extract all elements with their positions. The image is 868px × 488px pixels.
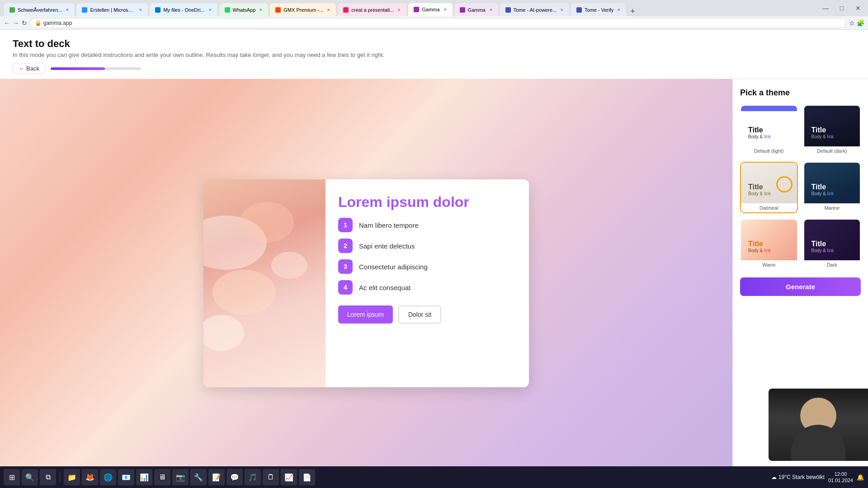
generate-button[interactable]: Generate [740, 277, 861, 296]
theme-link-default-light: link [764, 134, 771, 139]
pip-video [769, 389, 868, 461]
theme-link-marine: link [827, 191, 834, 196]
progress-bar [51, 67, 141, 70]
theme-grid: Title Body & link Default (light) Title … [740, 105, 861, 270]
theme-preview-content: Title Body & link [745, 122, 793, 143]
page-subtitle: In this mode you can give detailed instr… [13, 52, 855, 58]
taskbar-app3[interactable]: 🔧 [190, 469, 207, 485]
taskbar-app2[interactable]: 📷 [172, 469, 189, 485]
theme-preview-marine: Title Body & link [804, 163, 860, 203]
page-title: Text to deck [13, 38, 855, 50]
tab-gamma2[interactable]: Gamma ✕ [454, 3, 499, 16]
theme-body-text-warm: Body & link [748, 248, 790, 253]
tab-gamma-active[interactable]: Gamma ✕ [408, 3, 453, 16]
tab-whatsapp[interactable]: WhatsApp ✕ [219, 3, 269, 16]
taskbar-excel[interactable]: 📈 [281, 469, 297, 485]
extensions-icon[interactable]: 🧩 [857, 19, 864, 27]
theme-accent-bar [741, 108, 797, 111]
notification-button[interactable]: 🔔 [857, 474, 864, 481]
taskbar-file-explorer[interactable]: 📁 [64, 469, 80, 485]
taskbar-app5[interactable]: 💬 [226, 469, 243, 485]
taskbar-app4[interactable]: 📝 [208, 469, 225, 485]
cloud-decor-4 [240, 202, 294, 243]
tab-label-onedrive: My files - OneDri... [163, 7, 204, 13]
taskbar-powerpoint[interactable]: 📊 [136, 469, 152, 485]
theme-label-oatmeal: Oatmeal [741, 203, 797, 212]
theme-preview-content-marine: Title Body & link [808, 179, 857, 200]
tab-close-gamma-active[interactable]: ✕ [443, 7, 447, 12]
favicon-onedrive [155, 7, 160, 13]
theme-body-text-dark-gradient: Body & link [811, 248, 853, 253]
tab-close-gamma2[interactable]: ✕ [489, 8, 493, 12]
theme-card-dark-gradient[interactable]: Title Body & link Dark [803, 219, 861, 270]
tab-close-tome[interactable]: ✕ [560, 8, 564, 12]
taskbar-firefox[interactable]: 🦊 [82, 469, 98, 485]
slide-primary-button[interactable]: Lorem ipsum [338, 305, 393, 324]
new-tab-button[interactable]: + [627, 7, 638, 16]
tab-create-pres[interactable]: creat a presentati... ✕ [337, 3, 407, 16]
taskbar-search[interactable]: 🔍 [22, 469, 38, 485]
tab-tome-verify[interactable]: Tome - Verify ✕ [571, 3, 627, 16]
tab-close-onedrive[interactable]: ✕ [208, 8, 212, 12]
theme-preview-default-dark: Title Body & link [804, 106, 860, 146]
tab-gmx[interactable]: GMX Premium -... ✕ [269, 3, 336, 16]
date: 01.01.2024 [828, 477, 853, 483]
theme-card-default-dark[interactable]: Title Body & link Default (dark) [803, 105, 861, 156]
tab-close-schweiss[interactable]: ✕ [66, 8, 69, 12]
forward-nav-button[interactable]: → [13, 19, 19, 27]
maximize-button[interactable]: □ [835, 2, 848, 14]
taskbar-app6[interactable]: 🎵 [245, 469, 261, 485]
favicon-gmx [275, 7, 281, 13]
theme-label-dark-gradient: Dark [804, 260, 860, 269]
slide-number-3: 3 [338, 259, 353, 274]
slide-buttons: Lorem ipsum Dolor sit [338, 305, 516, 324]
tab-label-schweiss: SchweiÃverfahren... [18, 7, 62, 13]
theme-preview-content-warm: Title Body & link [745, 236, 793, 257]
tab-onedrive[interactable]: My files - OneDri... ✕ [149, 3, 217, 16]
tab-close-gmx[interactable]: ✕ [327, 8, 330, 12]
header-controls: ← Back [13, 63, 855, 74]
slide-item-text-3: Consectetur adipiscing [359, 263, 428, 271]
theme-card-marine[interactable]: Title Body & link Marine [803, 162, 861, 213]
tab-label-erstellen: Erstellen | Microsof... [90, 7, 135, 13]
theme-card-default-light[interactable]: Title Body & link Default (light) [740, 105, 798, 156]
back-nav-button[interactable]: ← [4, 19, 10, 27]
theme-label-default-light: Default (light) [741, 146, 797, 155]
taskbar-app7[interactable]: 🗒 [263, 469, 279, 485]
close-window-button[interactable]: ✕ [852, 2, 864, 14]
taskbar-outlook[interactable]: 📧 [118, 469, 134, 485]
theme-preview-content-dark-gradient: Title Body & link [808, 236, 857, 257]
theme-card-warm[interactable]: Title Body & link Warm [740, 219, 798, 270]
back-button[interactable]: ← Back [13, 63, 45, 74]
tab-close-erstellen[interactable]: ✕ [139, 8, 142, 12]
tab-close-whatsapp[interactable]: ✕ [259, 8, 263, 12]
theme-body-text-default-dark: Body & link [811, 134, 853, 139]
theme-title-text-dark-gradient: Title [811, 240, 853, 248]
theme-card-oatmeal[interactable]: Title Body & link Oatmeal [740, 162, 798, 213]
slide-item-text-4: Ac elit consequat [359, 284, 410, 291]
favicon-gamma2 [460, 7, 465, 13]
weather-text: 19°C Stark bewölkt [778, 474, 825, 480]
minimize-button[interactable]: — [819, 2, 832, 14]
taskbar-chrome[interactable]: 🌐 [100, 469, 116, 485]
time-display: 12:00 01.01.2024 [828, 471, 853, 484]
windows-start-button[interactable]: ⊞ [4, 469, 20, 485]
tab-erstellen[interactable]: Erstellen | Microsof... ✕ [76, 3, 148, 16]
tab-close-tome-verify[interactable]: ✕ [617, 8, 621, 12]
clock-button[interactable]: 12:00 01.01.2024 [828, 471, 853, 484]
slide-secondary-button[interactable]: Dolor sit [398, 305, 441, 324]
theme-link-dark-gradient: link [827, 248, 834, 253]
tab-tome[interactable]: Tome - AI-powere... ✕ [500, 3, 570, 16]
taskbar-word[interactable]: 📄 [299, 469, 315, 485]
tab-schweiss[interactable]: SchweiÃverfahren... ✕ [4, 3, 75, 16]
taskbar-taskview[interactable]: ⧉ [40, 469, 56, 485]
reload-button[interactable]: ↻ [22, 19, 27, 27]
tab-close-create-pres[interactable]: ✕ [397, 8, 401, 12]
bookmark-icon[interactable]: ☆ [849, 19, 855, 27]
theme-body-text-oatmeal: Body & link [748, 191, 790, 196]
address-bar[interactable]: 🔒 gamma.app [30, 18, 846, 28]
theme-preview-content-dark: Title Body & link [808, 122, 857, 143]
lock-icon: 🔒 [35, 20, 42, 26]
taskbar-app1[interactable]: 🖥 [154, 469, 170, 485]
slide-image [203, 179, 326, 387]
